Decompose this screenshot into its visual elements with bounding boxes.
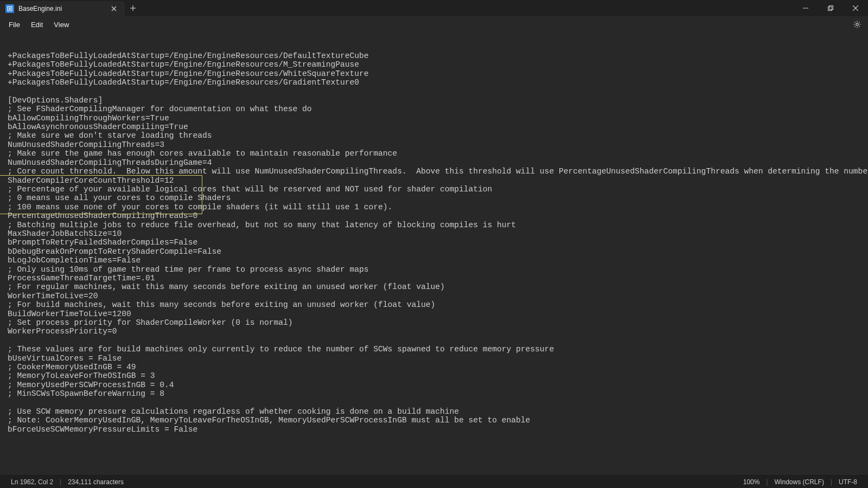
editor-area[interactable]: +PackagesToBeFullyLoadedAtStartup=/Engin… <box>0 33 868 475</box>
close-button[interactable] <box>843 0 868 16</box>
editor-line: bLogJobCompletionTimes=False <box>8 256 868 265</box>
editor-line: ; 0 means use all your cores to compile … <box>8 194 868 202</box>
editor-line: ; Set process priority for ShaderCompile… <box>8 318 868 327</box>
editor-line: BuildWorkerTimeToLive=1200 <box>8 310 868 318</box>
editor-line: +PackagesToBeFullyLoadedAtStartup=/Engin… <box>8 52 868 60</box>
editor-line: ; For regular machines, wait this many s… <box>8 282 868 291</box>
editor-line: [DevOptions.Shaders] <box>8 96 868 105</box>
menu-items: File Edit View <box>3 18 74 31</box>
editor-line: ; MemoryUsedPerSCWProcessInGB = 0.4 <box>8 381 868 389</box>
window-controls <box>793 0 868 16</box>
settings-button[interactable] <box>850 17 865 32</box>
editor-line: MaxShaderJobBatchSize=10 <box>8 229 868 238</box>
editor-line: ; Use SCW memory pressure calculations r… <box>8 407 868 416</box>
editor-line: +PackagesToBeFullyLoadedAtStartup=/Engin… <box>8 78 868 87</box>
status-divider: | <box>60 478 61 486</box>
tab-title: BaseEngine.ini <box>18 5 104 12</box>
titlebar: BaseEngine.ini <box>0 0 868 16</box>
status-encoding[interactable]: UTF-8 <box>834 478 861 486</box>
menu-edit[interactable]: Edit <box>25 18 48 31</box>
statusbar: Ln 1962, Col 2 | 234,111 characters 100%… <box>0 475 868 488</box>
minimize-button[interactable] <box>793 0 818 16</box>
editor-line: ; These values are for build machines on… <box>8 345 868 354</box>
editor-line: ; MinSCWsToSpawnBeforeWarning = 8 <box>8 389 868 398</box>
editor-line: PercentageUnusedShaderCompilingThreads=0 <box>8 211 868 220</box>
editor-line: bUseVirtualCores = False <box>8 354 868 363</box>
editor-line: bAllowAsynchronousShaderCompiling=True <box>8 123 868 131</box>
editor-line <box>8 87 868 95</box>
editor-line: NumUnusedShaderCompilingThreadsDuringGam… <box>8 158 868 167</box>
editor-line: bDebugBreakOnPromptToRetryShaderCompile=… <box>8 247 868 256</box>
editor-line: WorkerTimeToLive=20 <box>8 292 868 300</box>
editor-line: ; Note: CookerMemoryUsedInGB, MemoryToLe… <box>8 416 868 425</box>
status-left: Ln 1962, Col 2 | 234,111 characters <box>7 478 128 486</box>
editor-line: ; MemoryToLeaveForTheOSInGB = 3 <box>8 371 868 380</box>
editor-line: ; Make sure the game has enough cores av… <box>8 149 868 158</box>
editor-line <box>8 399 868 407</box>
editor-line: ; Percentage of your available logical c… <box>8 185 868 194</box>
editor-line: ShaderCompilerCoreCountThreshold=12 <box>8 176 868 185</box>
tab-close-button[interactable] <box>108 3 119 14</box>
editor-line <box>8 336 868 345</box>
editor-line: ; Batching multiple jobs to reduce file … <box>8 221 868 229</box>
editor-line: ; Core count threshold. Below this amoun… <box>8 167 868 176</box>
status-zoom[interactable]: 100% <box>739 478 764 486</box>
editor-line: ; For build machines, wait this many sec… <box>8 300 868 309</box>
status-line-col[interactable]: Ln 1962, Col 2 <box>7 478 58 486</box>
menu-view[interactable]: View <box>48 18 74 31</box>
svg-rect-9 <box>828 7 832 11</box>
editor-line: ; CookerMemoryUsedInGB = 49 <box>8 363 868 371</box>
editor-line: ProcessGameThreadTargetTime=.01 <box>8 274 868 282</box>
new-tab-button[interactable] <box>125 0 141 16</box>
active-tab[interactable]: BaseEngine.ini <box>0 1 125 16</box>
status-divider: | <box>766 478 768 486</box>
editor-line: +PackagesToBeFullyLoadedAtStartup=/Engin… <box>8 69 868 78</box>
svg-rect-10 <box>829 6 833 10</box>
menu-file[interactable]: File <box>3 18 25 31</box>
titlebar-left: BaseEngine.ini <box>0 0 141 16</box>
editor-line: ; 100 means use none of your cores to co… <box>8 203 868 211</box>
editor-line: ; Make sure we don't starve loading thre… <box>8 131 868 140</box>
editor-line: bPromptToRetryFailedShaderCompiles=False <box>8 238 868 247</box>
editor-line: NumUnusedShaderCompilingThreads=3 <box>8 140 868 149</box>
file-icon <box>5 4 14 13</box>
maximize-button[interactable] <box>818 0 843 16</box>
editor-line: bForceUseSCWMemoryPressureLimits = False <box>8 425 868 434</box>
svg-point-13 <box>856 23 858 25</box>
status-char-count[interactable]: 234,111 characters <box>63 478 128 486</box>
status-eol[interactable]: Windows (CRLF) <box>770 478 828 486</box>
editor-line: ; See FShaderCompilingManager for docume… <box>8 105 868 113</box>
editor-line: +PackagesToBeFullyLoadedAtStartup=/Engin… <box>8 60 868 69</box>
editor-line: WorkerProcessPriority=0 <box>8 327 868 336</box>
status-right: 100% | Windows (CRLF) | UTF-8 <box>739 478 861 486</box>
editor-line: ; Only using 10ms of game thread time pe… <box>8 265 868 274</box>
editor-line: bAllowCompilingThroughWorkers=True <box>8 114 868 123</box>
status-divider: | <box>831 478 832 486</box>
menubar: File Edit View <box>0 16 868 33</box>
